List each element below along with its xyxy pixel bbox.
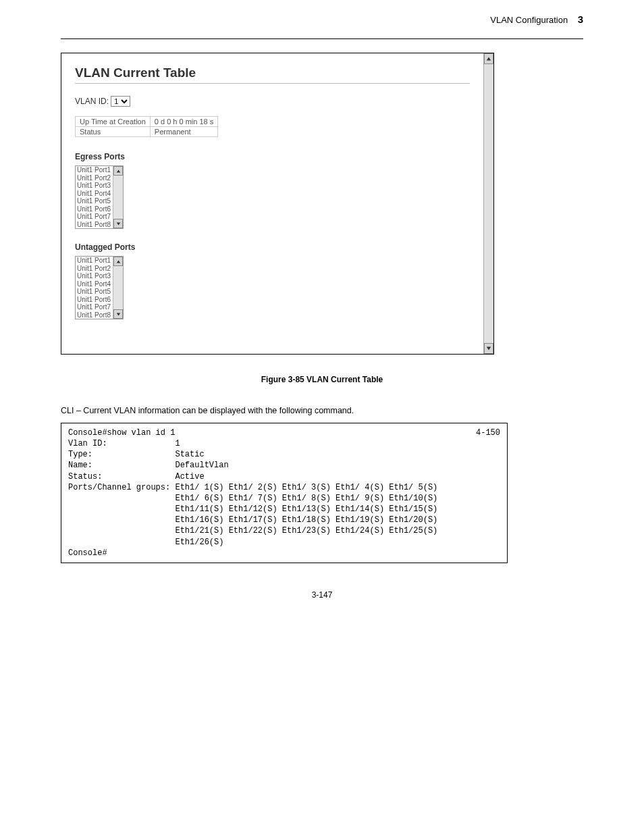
meta-table: Up Time at Creation 0 d 0 h 0 min 18 s S… bbox=[75, 116, 218, 137]
vlan-id-select[interactable]: 1 bbox=[111, 96, 130, 107]
svg-marker-1 bbox=[116, 222, 120, 225]
uptime-value: 0 d 0 h 0 min 18 s bbox=[150, 117, 217, 127]
untagged-scrollbar[interactable] bbox=[113, 257, 123, 319]
frame-scrollbar[interactable] bbox=[483, 53, 493, 354]
list-item[interactable]: Unit1 Port4 bbox=[76, 280, 113, 288]
scroll-up-icon[interactable] bbox=[113, 257, 123, 266]
list-item[interactable]: Unit1 Port2 bbox=[76, 265, 113, 273]
untagged-label: Untagged Ports bbox=[75, 242, 470, 252]
egress-label: Egress Ports bbox=[75, 152, 470, 161]
svg-marker-0 bbox=[116, 170, 120, 172]
untagged-ports-listbox[interactable]: Unit1 Port1 Unit1 Port2 Unit1 Port3 Unit… bbox=[75, 256, 124, 319]
svg-marker-2 bbox=[116, 260, 120, 263]
list-item[interactable]: Unit1 Port3 bbox=[76, 272, 113, 280]
list-item[interactable]: Unit1 Port5 bbox=[76, 197, 113, 205]
svg-marker-3 bbox=[116, 313, 120, 315]
header-rule bbox=[61, 38, 583, 39]
list-item[interactable]: Unit1 Port1 bbox=[76, 257, 113, 265]
list-item[interactable]: Unit1 Port1 bbox=[76, 166, 113, 174]
uptime-label: Up Time at Creation bbox=[76, 117, 151, 127]
vlan-id-row: VLAN ID: 1 bbox=[75, 96, 470, 107]
webui-title: VLAN Current Table bbox=[75, 66, 470, 80]
page-number: 3-147 bbox=[61, 590, 583, 600]
vlan-id-label: VLAN ID: bbox=[75, 97, 109, 106]
figure-caption: Figure 3-85 VLAN Current Table bbox=[61, 375, 583, 384]
header-right: VLAN Configuration 3 bbox=[490, 14, 583, 25]
list-item[interactable]: Unit1 Port8 bbox=[76, 221, 113, 229]
untagged-ports-list: Unit1 Port1 Unit1 Port2 Unit1 Port3 Unit… bbox=[76, 257, 113, 319]
status-value: Permanent bbox=[150, 127, 217, 137]
status-label: Status bbox=[76, 127, 151, 137]
list-item[interactable]: Unit1 Port6 bbox=[76, 296, 113, 304]
webui-screenshot: VLAN Current Table VLAN ID: 1 Up Time at… bbox=[61, 53, 494, 355]
cli-intro-text: CLI – Current VLAN information can be di… bbox=[61, 405, 583, 417]
page-header: VLAN Configuration 3 bbox=[61, 14, 583, 25]
scroll-up-icon[interactable] bbox=[484, 53, 493, 64]
list-item[interactable]: Unit1 Port5 bbox=[76, 288, 113, 296]
egress-ports-list: Unit1 Port1 Unit1 Port2 Unit1 Port3 Unit… bbox=[76, 166, 113, 228]
list-item[interactable]: Unit1 Port7 bbox=[76, 303, 113, 311]
scroll-down-icon[interactable] bbox=[113, 309, 123, 319]
list-item[interactable]: Unit1 Port3 bbox=[76, 182, 113, 190]
list-item[interactable]: Unit1 Port8 bbox=[76, 311, 113, 319]
scroll-down-icon[interactable] bbox=[484, 343, 493, 354]
egress-ports-listbox[interactable]: Unit1 Port1 Unit1 Port2 Unit1 Port3 Unit… bbox=[75, 165, 124, 229]
list-item[interactable]: Unit1 Port4 bbox=[76, 190, 113, 198]
scroll-up-icon[interactable] bbox=[113, 166, 123, 176]
list-item[interactable]: Unit1 Port7 bbox=[76, 213, 113, 221]
scroll-down-icon[interactable] bbox=[113, 219, 123, 228]
svg-marker-5 bbox=[487, 347, 491, 350]
cli-output: 4-150Console#show vlan id 1 Vlan ID: 1 T… bbox=[61, 423, 508, 563]
svg-marker-4 bbox=[487, 57, 491, 61]
list-item[interactable]: Unit1 Port2 bbox=[76, 174, 113, 182]
egress-scrollbar[interactable] bbox=[113, 166, 123, 228]
list-item[interactable]: Unit1 Port6 bbox=[76, 205, 113, 213]
cli-page-ref: 4-150 bbox=[476, 427, 500, 438]
cli-text: Console#show vlan id 1 Vlan ID: 1 Type: … bbox=[68, 428, 437, 558]
